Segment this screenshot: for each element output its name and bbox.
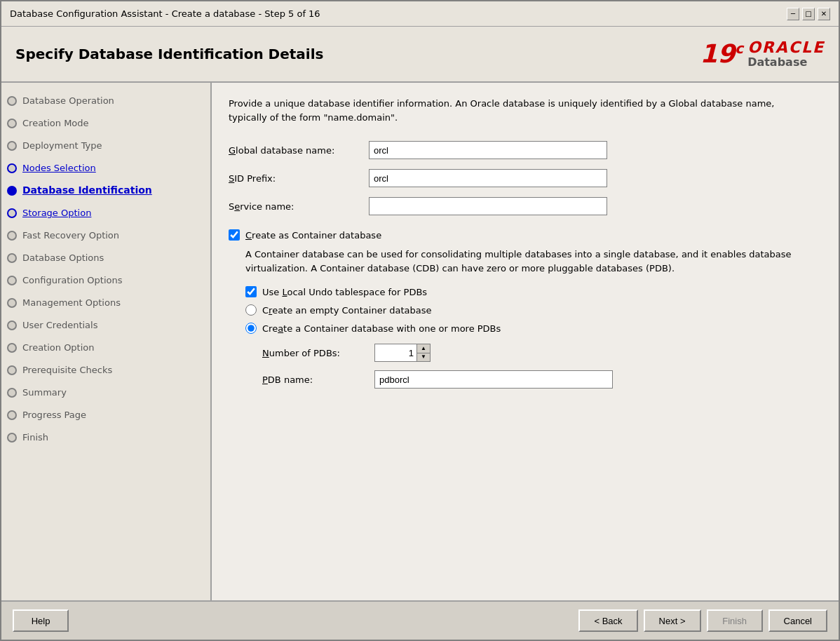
sidebar-item-configuration-options: Configuration Options bbox=[1, 269, 210, 292]
spinner-down-button[interactable]: ▼ bbox=[417, 353, 430, 362]
sidebar-dot-nodes-selection bbox=[7, 163, 17, 173]
sidebar-label-nodes-selection: Nodes Selection bbox=[22, 162, 96, 175]
minimize-button[interactable]: ─ bbox=[787, 8, 799, 20]
sidebar-item-finish: Finish bbox=[1, 426, 210, 449]
sidebar-item-progress-page: Progress Page bbox=[1, 404, 210, 426]
main-content: Specify Database Identification Details … bbox=[1, 27, 839, 640]
oracle-brand: ORACLE bbox=[747, 40, 825, 55]
content-panel: Provide a unique database identifier inf… bbox=[212, 83, 839, 600]
sidebar-label-user-credentials: User Credentials bbox=[22, 319, 97, 332]
title-bar: Database Configuration Assistant - Creat… bbox=[1, 1, 839, 27]
sidebar-item-database-options: Database Options bbox=[1, 247, 210, 269]
num-pdbs-label: Number of PDBs: bbox=[262, 348, 374, 358]
help-button[interactable]: Help bbox=[13, 609, 69, 632]
sidebar-dot-database-operation bbox=[7, 96, 17, 106]
sidebar-label-fast-recovery-option: Fast Recovery Option bbox=[22, 229, 119, 242]
window-title: Database Configuration Assistant - Creat… bbox=[10, 8, 320, 19]
close-button[interactable]: ✕ bbox=[818, 8, 830, 20]
create-empty-cdb-row: Create an empty Container database bbox=[245, 304, 822, 316]
cancel-button[interactable]: Cancel bbox=[768, 609, 827, 632]
sidebar-dot-deployment-type bbox=[7, 141, 17, 151]
sid-prefix-input[interactable] bbox=[369, 169, 607, 187]
pdb-form: Number of PDBs: ▲ ▼ bbox=[262, 344, 822, 389]
create-cdb-with-pdbs-label[interactable]: Create a Container database with one or … bbox=[262, 323, 501, 334]
sidebar-label-creation-mode: Creation Mode bbox=[22, 117, 89, 130]
sidebar-dot-database-identification bbox=[7, 186, 17, 196]
sidebar-dot-configuration-options bbox=[7, 276, 17, 285]
maximize-button[interactable]: □ bbox=[802, 8, 815, 20]
sidebar-label-management-options: Management Options bbox=[22, 297, 121, 309]
sidebar-item-nodes-selection[interactable]: Nodes Selection bbox=[1, 157, 210, 180]
sidebar-label-database-operation: Database Operation bbox=[22, 95, 114, 107]
sidebar-item-prerequisite-checks: Prerequisite Checks bbox=[1, 359, 210, 382]
sidebar-item-user-credentials: User Credentials bbox=[1, 314, 210, 337]
global-db-name-input[interactable] bbox=[369, 141, 607, 159]
bottom-bar: Help < Back Next > Finish Cancel bbox=[1, 600, 839, 640]
create-cdb-with-pdbs-row: Create a Container database with one or … bbox=[245, 323, 822, 334]
create-cdb-label[interactable]: Create as Container database bbox=[245, 230, 381, 241]
sidebar-dot-user-credentials bbox=[7, 320, 17, 330]
oracle-version: 19c bbox=[700, 41, 743, 67]
finish-button[interactable]: Finish bbox=[707, 609, 763, 632]
sidebar-label-creation-option: Creation Option bbox=[22, 342, 95, 354]
sid-prefix-row: SID Prefix: bbox=[229, 169, 822, 187]
pdb-name-label: PDB name: bbox=[262, 375, 374, 385]
page-title: Specify Database Identification Details bbox=[15, 46, 323, 62]
use-local-undo-checkbox[interactable] bbox=[245, 286, 257, 297]
sidebar-dot-creation-option bbox=[7, 343, 17, 353]
radio-group: Use Local Undo tablespace for PDBs Creat… bbox=[245, 286, 822, 389]
body-area: Database OperationCreation ModeDeploymen… bbox=[1, 83, 839, 600]
sidebar-dot-creation-mode bbox=[7, 119, 17, 128]
sidebar-dot-fast-recovery-option bbox=[7, 231, 17, 241]
sidebar-label-database-options: Database Options bbox=[22, 252, 104, 264]
global-db-name-label: Global database name: bbox=[229, 145, 369, 156]
sid-prefix-label: SID Prefix: bbox=[229, 173, 369, 184]
sidebar-dot-storage-option bbox=[7, 208, 17, 218]
sidebar-dot-database-options bbox=[7, 253, 17, 263]
service-name-input[interactable] bbox=[369, 197, 607, 215]
create-cdb-row: Create as Container database bbox=[229, 229, 822, 241]
sidebar-item-management-options: Management Options bbox=[1, 292, 210, 314]
oracle-text: ORACLE Database bbox=[747, 40, 825, 69]
sidebar-label-progress-page: Progress Page bbox=[22, 409, 86, 421]
use-local-undo-label[interactable]: Use Local Undo tablespace for PDBs bbox=[262, 287, 427, 297]
create-empty-cdb-radio[interactable] bbox=[245, 304, 257, 316]
sidebar-dot-management-options bbox=[7, 298, 17, 308]
main-window: Database Configuration Assistant - Creat… bbox=[0, 0, 840, 641]
sidebar-item-database-identification[interactable]: Database Identification bbox=[1, 180, 210, 202]
num-pdbs-row: Number of PDBs: ▲ ▼ bbox=[262, 344, 822, 362]
sidebar-item-storage-option[interactable]: Storage Option bbox=[1, 202, 210, 224]
create-cdb-checkbox[interactable] bbox=[229, 229, 240, 241]
sidebar-dot-prerequisite-checks bbox=[7, 365, 17, 375]
sidebar-item-creation-mode: Creation Mode bbox=[1, 112, 210, 135]
pdb-name-input[interactable] bbox=[374, 370, 613, 389]
spinner-up-button[interactable]: ▲ bbox=[417, 344, 430, 353]
num-pdbs-input[interactable] bbox=[374, 344, 416, 362]
sidebar: Database OperationCreation ModeDeploymen… bbox=[1, 83, 212, 600]
container-db-section: Create as Container database A Container… bbox=[229, 229, 822, 389]
use-local-undo-row: Use Local Undo tablespace for PDBs bbox=[245, 286, 822, 297]
sidebar-item-summary: Summary bbox=[1, 382, 210, 404]
sidebar-label-summary: Summary bbox=[22, 386, 67, 399]
sidebar-dot-summary bbox=[7, 388, 17, 398]
sidebar-item-fast-recovery-option: Fast Recovery Option bbox=[1, 224, 210, 247]
header: Specify Database Identification Details … bbox=[1, 27, 839, 83]
create-empty-cdb-label[interactable]: Create an empty Container database bbox=[262, 305, 431, 316]
next-button[interactable]: Next > bbox=[644, 609, 701, 632]
sidebar-label-finish: Finish bbox=[22, 431, 48, 444]
sidebar-dot-progress-page bbox=[7, 410, 17, 420]
sidebar-item-creation-option: Creation Option bbox=[1, 337, 210, 359]
sidebar-item-database-operation: Database Operation bbox=[1, 90, 210, 112]
back-button[interactable]: < Back bbox=[578, 609, 637, 632]
global-db-name-row: Global database name: bbox=[229, 141, 822, 159]
create-cdb-with-pdbs-radio[interactable] bbox=[245, 323, 257, 334]
sidebar-label-configuration-options: Configuration Options bbox=[22, 274, 122, 287]
service-name-label: Service name: bbox=[229, 201, 369, 212]
oracle-logo: 19c ORACLE Database bbox=[700, 40, 825, 69]
bottom-left-buttons: Help bbox=[13, 609, 69, 632]
sidebar-item-deployment-type: Deployment Type bbox=[1, 135, 210, 157]
sidebar-label-deployment-type: Deployment Type bbox=[22, 140, 102, 152]
window-controls: ─ □ ✕ bbox=[787, 8, 830, 20]
cdb-description: A Container database can be used for con… bbox=[245, 248, 792, 275]
sidebar-label-prerequisite-checks: Prerequisite Checks bbox=[22, 364, 112, 377]
